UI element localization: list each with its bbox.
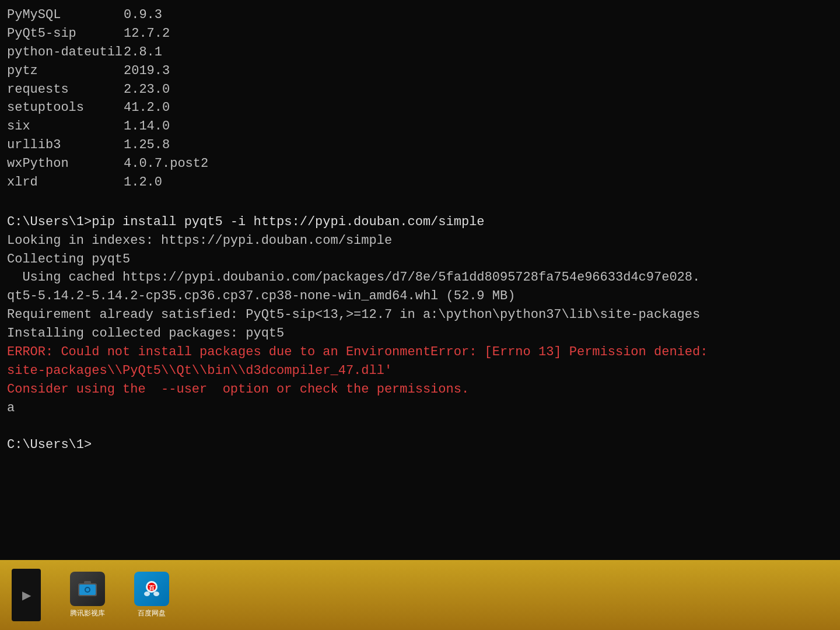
baidu-svg: 百 <box>140 578 163 601</box>
taskbar: ▶ 腾讯影视库 百 <box>0 560 840 630</box>
taskbar-icon-camera[interactable]: 腾讯影视库 <box>64 572 111 618</box>
pkg-name: wxPython <box>7 155 124 173</box>
blank-line-2: a <box>7 399 833 418</box>
camera-icon-img <box>70 572 105 606</box>
error-line-3: Consider using the --user option or chec… <box>7 380 833 399</box>
pkg-ver: 12.7.2 <box>124 24 170 43</box>
error-line-2: site-packages\\PyQt5\\Qt\\bin\\d3dcompil… <box>7 362 833 380</box>
baidu-icon-img: 百 <box>134 572 169 606</box>
output-line-3: Using cached https://pypi.doubanio.com/p… <box>7 268 833 287</box>
prompt-after: C:\Users\1> <box>7 436 833 454</box>
pkg-ver: 1.2.0 <box>124 173 162 192</box>
pkg-ver: 2.23.0 <box>124 80 170 99</box>
pkg-name: python-dateutil <box>7 43 124 62</box>
pkg-name: PyMySQL <box>7 6 124 24</box>
pkg-row-six: six 1.14.0 <box>7 117 833 136</box>
svg-point-9 <box>153 592 159 596</box>
pkg-row-urllib3: urllib3 1.25.8 <box>7 136 833 155</box>
pkg-name: six <box>7 117 124 136</box>
pkg-row-wxpython: wxPython 4.0.7.post2 <box>7 155 833 173</box>
camera-svg <box>77 579 98 600</box>
pkg-row-dateutil: python-dateutil 2.8.1 <box>7 43 833 62</box>
package-table: PyMySQL 0.9.3 PyQt5-sip 12.7.2 python-da… <box>7 6 833 192</box>
pkg-row-xlrd: xlrd 1.2.0 <box>7 173 833 192</box>
pkg-name: xlrd <box>7 173 124 192</box>
blank-line <box>7 194 833 213</box>
pkg-name: PyQt5-sip <box>7 24 124 43</box>
pkg-row-pymysql: PyMySQL 0.9.3 <box>7 6 833 24</box>
terminal-wrapper: PyMySQL 0.9.3 PyQt5-sip 12.7.2 python-da… <box>0 0 840 560</box>
pkg-ver: 4.0.7.post2 <box>124 155 208 173</box>
output-line-4: qt5-5.14.2-5.14.2-cp35.cp36.cp37.cp38-no… <box>7 287 833 306</box>
svg-text:百: 百 <box>149 584 155 591</box>
pkg-ver: 2.8.1 <box>124 43 162 62</box>
blank-line-3 <box>7 418 833 436</box>
screen: PyMySQL 0.9.3 PyQt5-sip 12.7.2 python-da… <box>0 0 840 630</box>
error-line-1: ERROR: Could not install packages due to… <box>7 343 833 362</box>
output-line-2: Collecting pyqt5 <box>7 250 833 269</box>
camera-icon-label: 腾讯影视库 <box>70 608 105 618</box>
pkg-name: urllib3 <box>7 136 124 155</box>
svg-point-3 <box>86 588 89 592</box>
pkg-name: requests <box>7 80 124 99</box>
pkg-ver: 41.2.0 <box>124 99 170 117</box>
terminal[interactable]: PyMySQL 0.9.3 PyQt5-sip 12.7.2 python-da… <box>0 0 840 560</box>
pkg-row-requests: requests 2.23.0 <box>7 80 833 99</box>
pkg-ver: 2019.3 <box>124 62 170 80</box>
pkg-name: setuptools <box>7 99 124 117</box>
pkg-ver: 0.9.3 <box>124 6 162 24</box>
left-strip: ▶ <box>12 569 41 621</box>
baidu-icon-label: 百度网盘 <box>138 608 166 618</box>
svg-point-8 <box>144 592 150 596</box>
output-line-1: Looking in indexes: https://pypi.douban.… <box>7 232 833 250</box>
svg-rect-4 <box>84 581 91 584</box>
pkg-row-pytz: pytz 2019.3 <box>7 62 833 80</box>
pkg-row-setuptools: setuptools 41.2.0 <box>7 99 833 117</box>
pkg-ver: 1.25.8 <box>124 136 170 155</box>
pkg-row-pyqt5sip: PyQt5-sip 12.7.2 <box>7 24 833 43</box>
output-line-5: Requirement already satisfied: PyQt5-sip… <box>7 306 833 324</box>
pip-command-line: C:\Users\1>pip install pyqt5 -i https://… <box>7 213 833 232</box>
strip-icon: ▶ <box>22 588 31 602</box>
pkg-ver: 1.14.0 <box>124 117 170 136</box>
pkg-name: pytz <box>7 62 124 80</box>
output-line-6: Installing collected packages: pyqt5 <box>7 324 833 343</box>
taskbar-icon-baidu[interactable]: 百 百度网盘 <box>128 572 175 618</box>
